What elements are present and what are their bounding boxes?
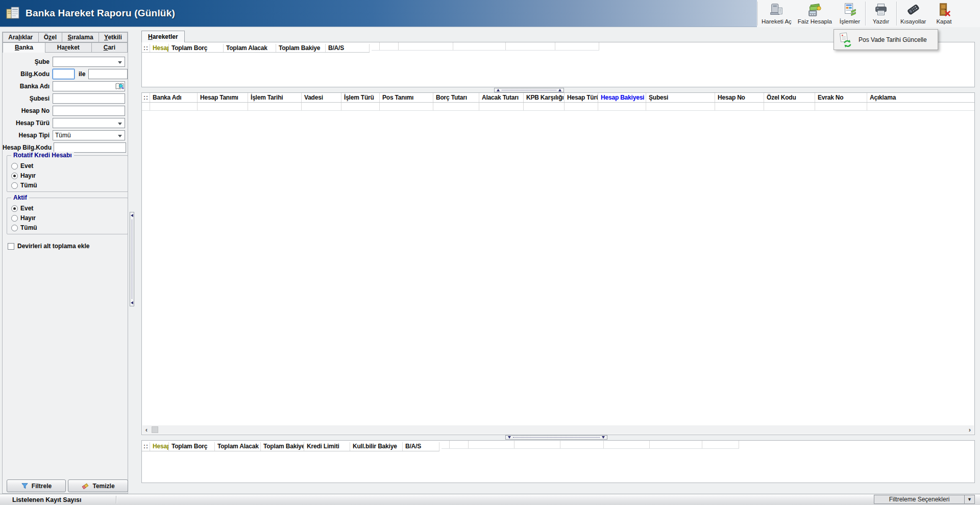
column-header[interactable]: Hesap No: [715, 93, 764, 102]
cell: [598, 103, 646, 110]
filter-tab-row-2: Banka Hareket Cari: [3, 42, 128, 53]
tab-ozel[interactable]: Özel: [39, 32, 63, 42]
collapse-left-icon: [131, 301, 133, 304]
column-header[interactable]: Kredi Limiti: [304, 442, 350, 451]
filtreleme-secenekleri-button[interactable]: Filtreleme Seçenekleri ▼: [874, 495, 975, 504]
tab-cari[interactable]: Cari: [92, 42, 128, 53]
hesap-bilg-kodu-input[interactable]: [54, 142, 126, 153]
column-header[interactable]: Hesap Tanımı: [198, 93, 248, 102]
splitter-collapse-handle[interactable]: [130, 212, 134, 306]
horizontal-scrollbar[interactable]: ‹ ›: [142, 425, 974, 434]
scroll-right-icon[interactable]: ›: [966, 426, 974, 434]
column-header[interactable]: Açıklama: [867, 93, 974, 102]
cell: [453, 42, 506, 50]
column-header[interactable]: İşlem Tarihi: [248, 93, 302, 102]
toolbar-button-label: Yazdır: [873, 18, 889, 25]
temizle-button[interactable]: Temizle: [68, 479, 128, 492]
radio-aktif-hayir[interactable]: Hayır: [11, 214, 36, 222]
tab-yetkili[interactable]: Yetkili: [99, 32, 128, 42]
hesap-no-input[interactable]: [53, 106, 125, 116]
column-header[interactable]: Hesap: [150, 442, 169, 451]
banka-adi-input[interactable]: [53, 81, 125, 91]
printer-icon: [873, 1, 889, 18]
toolbar-button-faiz-hesapla[interactable]: Faiz Hesapla: [795, 0, 835, 27]
column-header[interactable]: Vadesi: [302, 93, 341, 102]
column-header[interactable]: Hesap Türü: [565, 93, 598, 102]
hesap-tipi-select[interactable]: Tümü: [53, 130, 125, 140]
column-header[interactable]: Kull.bilir Bakiye: [350, 442, 403, 451]
grid-splitter-top[interactable]: [494, 88, 564, 92]
column-header[interactable]: Hesap: [150, 44, 169, 52]
hesap-turu-select[interactable]: [53, 118, 125, 128]
column-header[interactable]: B/A/S: [326, 44, 370, 52]
filter-tab-row-1: Aralıklar Özel Sıralama Yetkili: [3, 32, 128, 42]
bottom-summary-panel: :: Hesap Toplam Borç Toplam Alacak Topla…: [141, 440, 975, 483]
grid-splitter-bottom[interactable]: [505, 435, 607, 440]
tab-siralama[interactable]: Sıralama: [62, 32, 99, 42]
status-bar: Listelenen Kayıt Sayısı: [0, 494, 980, 505]
cell: [248, 103, 302, 110]
toolbar-button-hareketi-ac[interactable]: Hareketi Aç: [758, 0, 795, 27]
toolbar-button-kapat[interactable]: Kapat: [929, 0, 959, 27]
grid-drag-handle-icon[interactable]: ::: [142, 442, 150, 451]
column-header[interactable]: Toplam Borç: [169, 44, 224, 52]
column-header[interactable]: Özel Kodu: [764, 93, 815, 102]
eraser-icon: [81, 482, 89, 490]
column-header[interactable]: İşlem Türü: [341, 93, 380, 102]
sube-select[interactable]: [53, 57, 125, 67]
tab-hareket[interactable]: Hareket: [45, 42, 92, 53]
table-row[interactable]: [442, 441, 739, 449]
toolbar-button-yazdir[interactable]: Yazdır: [866, 0, 896, 27]
radio-rotatif-tumu[interactable]: Tümü: [11, 181, 37, 189]
bilg-kodu-from-input[interactable]: [53, 69, 75, 79]
column-header[interactable]: Toplam Alacak: [224, 44, 276, 52]
column-header[interactable]: B/A/S: [403, 442, 439, 451]
cell: [560, 441, 604, 448]
cell: [715, 103, 764, 110]
cell: [514, 441, 560, 448]
cell: [506, 42, 555, 50]
table-row[interactable]: [142, 103, 974, 111]
column-header[interactable]: KPB Karşılığı: [524, 93, 565, 102]
subesi-input[interactable]: [53, 93, 125, 104]
scrollbar-thumb[interactable]: [152, 426, 158, 433]
column-header[interactable]: Pos Tanımı: [380, 93, 433, 102]
tab-araliklar[interactable]: Aralıklar: [3, 32, 39, 42]
column-header[interactable]: Toplam Borç: [169, 442, 215, 451]
tab-banka[interactable]: Banka: [3, 42, 45, 53]
radio-aktif-tumu[interactable]: Tümü: [11, 224, 37, 232]
column-header[interactable]: Toplam Alacak: [215, 442, 261, 451]
devirleri-alt-toplama-checkbox[interactable]: Devirleri alt toplama ekle: [8, 243, 89, 250]
column-header[interactable]: Şubesi: [646, 93, 715, 102]
bilg-kodu-to-input[interactable]: [88, 69, 128, 79]
toolbar-button-islemler[interactable]: İşlemler: [835, 0, 865, 27]
column-header[interactable]: Toplam Bakiye: [261, 442, 304, 451]
toolbar-button-kisayollar[interactable]: Kısayollar: [897, 0, 929, 27]
collapse-left-icon: [131, 214, 133, 217]
column-header[interactable]: Alacak Tutarı: [479, 93, 524, 102]
column-header[interactable]: Evrak No: [815, 93, 867, 102]
cell: [702, 441, 739, 448]
cell: [198, 103, 248, 110]
toolbar-separator: [865, 2, 866, 26]
radio-rotatif-hayir[interactable]: Hayır: [11, 172, 36, 180]
cell: [524, 103, 565, 110]
cell: [450, 441, 469, 448]
menu-item-pos-vade-guncelle[interactable]: Pos Vade Tarihi Güncelle: [834, 30, 938, 50]
column-header[interactable]: Toplam Bakiye: [276, 44, 326, 52]
column-header[interactable]: Borç Tutarı: [433, 93, 479, 102]
grid-drag-handle-icon[interactable]: ::: [142, 93, 150, 102]
banka-adi-lookup-button[interactable]: [115, 82, 124, 90]
column-header[interactable]: Banka Adı: [150, 93, 198, 102]
tab-hareketler[interactable]: Hareketler: [141, 31, 185, 42]
toolbar-button-label: Kısayollar: [900, 18, 926, 25]
column-header-sorted[interactable]: Hesap Bakiyesi: [598, 93, 646, 102]
filtrele-button[interactable]: Filtrele: [7, 479, 66, 492]
filter-panel: Aralıklar Özel Sıralama Yetkili Banka Ha…: [2, 32, 128, 494]
grid-drag-handle-icon[interactable]: ::: [142, 44, 150, 52]
scroll-left-icon[interactable]: ‹: [142, 426, 151, 434]
radio-icon: [11, 205, 18, 212]
radio-aktif-evet[interactable]: Evet: [11, 204, 33, 212]
table-row[interactable]: [372, 42, 599, 51]
radio-rotatif-evet[interactable]: Evet: [11, 162, 33, 170]
